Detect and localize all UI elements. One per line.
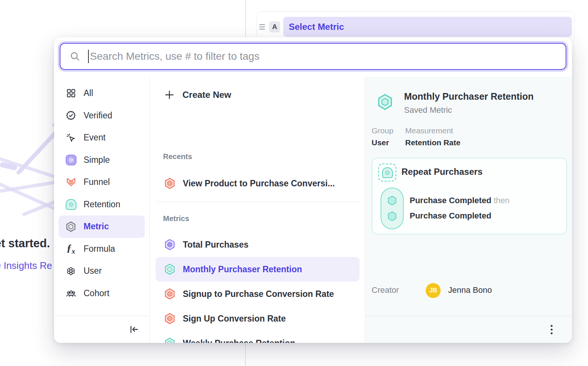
metric-list-item[interactable]: Signup to Purchase Conversion Rate bbox=[156, 282, 360, 306]
user-cluster-icon bbox=[65, 266, 76, 277]
event-sequence-capsule bbox=[381, 187, 404, 229]
formula-icon: ƒx bbox=[65, 243, 76, 254]
creator-avatar[interactable]: JB bbox=[426, 283, 441, 298]
funnel-metric-icon bbox=[164, 288, 176, 300]
create-new-button[interactable]: Create New bbox=[156, 84, 360, 106]
event-cursor-icon bbox=[65, 132, 76, 143]
simple-metric-icon bbox=[65, 154, 76, 165]
collapse-left-icon[interactable] bbox=[128, 324, 139, 335]
sidebar-item-cohort[interactable]: Cohort bbox=[59, 282, 145, 305]
definition-step-2: Purchase Completed bbox=[410, 211, 491, 221]
measurement-label: Measurement bbox=[405, 126, 453, 135]
sidebar-item-funnel[interactable]: Funnel bbox=[59, 171, 145, 193]
sidebar-item-formula[interactable]: ƒx Formula bbox=[59, 238, 145, 260]
creator-row: Creator JB Jenna Bono bbox=[365, 283, 572, 298]
sidebar-item-event[interactable]: Event bbox=[59, 127, 145, 149]
search-placeholder: Search Metrics, use # to filter to tags bbox=[90, 50, 259, 62]
metric-list-item[interactable]: Weekly Purchase Retention bbox=[156, 331, 360, 343]
detail-footer bbox=[365, 316, 572, 343]
grid-icon bbox=[65, 88, 76, 99]
funnel-metric-icon bbox=[65, 177, 76, 188]
metric-picker-modal: Search Metrics, use # to filter to tags … bbox=[54, 37, 572, 343]
cohort-people-icon bbox=[65, 288, 76, 299]
group-label: Group bbox=[372, 126, 393, 135]
background-partial-link[interactable]: e Insights Re bbox=[0, 260, 52, 272]
simple-metric-icon bbox=[164, 239, 176, 251]
text-caret bbox=[88, 50, 89, 63]
search-bar: Search Metrics, use # to filter to tags bbox=[58, 41, 568, 72]
metric-list-item[interactable]: Sign Up Conversion Rate bbox=[156, 306, 360, 331]
metric-definition-card: Repeat Purchasers Purchase Completed the… bbox=[372, 158, 567, 235]
sidebar-item-retention[interactable]: Retention bbox=[59, 193, 145, 216]
query-letter-badge: A bbox=[269, 21, 280, 32]
funnel-metric-icon bbox=[164, 177, 176, 189]
retention-metric-icon bbox=[65, 199, 76, 210]
sidebar-footer bbox=[54, 316, 149, 343]
creator-name: Jenna Bono bbox=[448, 285, 492, 295]
retention-metric-icon bbox=[376, 93, 394, 111]
metric-list-column: Create New Recents View Product to Purch… bbox=[150, 77, 365, 343]
metric-detail-panel: Monthly Purchaser Retention Saved Metric… bbox=[365, 77, 572, 343]
verified-badge-icon bbox=[65, 110, 76, 121]
sidebar-item-all[interactable]: All bbox=[59, 82, 145, 105]
sidebar-item-simple[interactable]: Simple bbox=[59, 149, 145, 171]
more-options-icon[interactable] bbox=[545, 323, 557, 335]
retention-behavior-icon bbox=[378, 164, 396, 182]
retention-metric-icon bbox=[164, 263, 176, 275]
drag-handle-icon[interactable] bbox=[259, 23, 267, 31]
creator-label: Creator bbox=[372, 285, 399, 295]
funnel-metric-icon bbox=[164, 313, 176, 325]
sidebar-item-metric[interactable]: Metric bbox=[59, 215, 145, 238]
background-partial-heading: et started. bbox=[0, 237, 50, 250]
sidebar-item-user[interactable]: User bbox=[59, 260, 145, 282]
list-divider bbox=[156, 202, 360, 202]
recents-section-header: Recents bbox=[163, 152, 192, 161]
definition-step-1: Purchase Completed then bbox=[410, 196, 510, 205]
select-metric-button[interactable]: Select Metric bbox=[283, 17, 572, 37]
metric-list-item-selected[interactable]: Monthly Purchaser Retention bbox=[156, 257, 360, 282]
event-hexagon-icon bbox=[387, 211, 398, 222]
measurement-value: Retention Rate bbox=[405, 138, 460, 147]
detail-title: Monthly Purchaser Retention bbox=[404, 91, 534, 102]
search-icon bbox=[69, 51, 81, 62]
retention-metric-icon bbox=[164, 337, 176, 343]
definition-title: Repeat Purchasers bbox=[401, 167, 482, 177]
group-value: User bbox=[372, 138, 389, 147]
plus-icon bbox=[164, 89, 175, 100]
filter-sidebar: All Verified Event bbox=[54, 82, 149, 304]
event-hexagon-icon bbox=[387, 195, 398, 206]
metric-hexagon-icon bbox=[65, 221, 76, 232]
recent-metric-item[interactable]: View Product to Purchase Conversi... bbox=[156, 171, 360, 196]
sidebar-item-verified[interactable]: Verified bbox=[59, 105, 145, 127]
metric-list-item[interactable]: Total Purchases bbox=[156, 232, 360, 257]
detail-subtitle: Saved Metric bbox=[404, 105, 452, 115]
metrics-section-header: Metrics bbox=[163, 214, 189, 223]
search-input[interactable]: Search Metrics, use # to filter to tags bbox=[60, 43, 566, 70]
